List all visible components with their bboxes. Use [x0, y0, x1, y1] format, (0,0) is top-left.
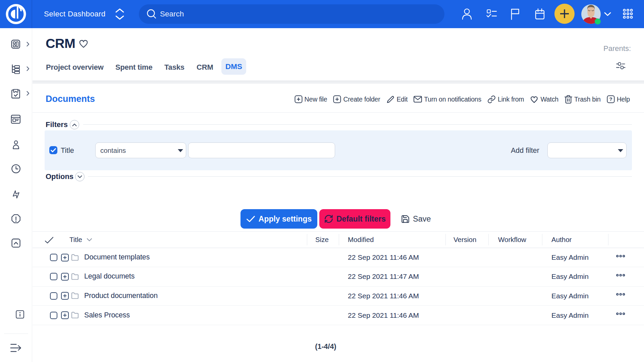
svg-text:?: ?: [609, 96, 612, 102]
